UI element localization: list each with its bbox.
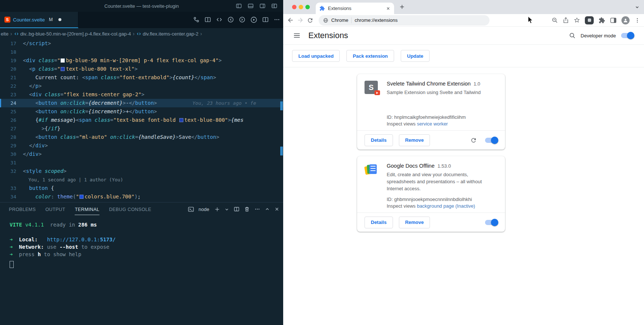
breadcrumb: eltediv..bg-blue-50.min-w-[20rem].p-4.fl… [0, 28, 283, 39]
extensions-puzzle-icon[interactable] [599, 17, 605, 24]
bookmark-star-icon[interactable] [574, 17, 580, 23]
inspect-views-link[interactable]: service worker [417, 121, 448, 127]
code-line[interactable]: 19<div class="bg-blue-50 min-w-[20rem] p… [0, 56, 283, 65]
split-editor-icon[interactable] [262, 16, 269, 23]
browser-toolbar: Chrome chrome://extensions [283, 14, 644, 27]
panel-tab-debug-console[interactable]: DEBUG CONSOLE [109, 204, 151, 215]
code-line[interactable]: 28 <button class="ml-auto" on:click={han… [0, 133, 283, 141]
terminal-shell-label: node [199, 207, 209, 212]
code-line[interactable]: 29 </div> [0, 141, 283, 150]
breadcrumb-separator [10, 31, 12, 37]
editor-tab-counter-svelte[interactable]: Counter.svelte M [0, 12, 78, 28]
browser-menu-kebab-icon[interactable] [634, 17, 640, 23]
git-graph-icon[interactable] [193, 16, 200, 23]
line-number: 20 [0, 65, 23, 73]
site-info-globe-icon[interactable] [323, 18, 328, 23]
code-line[interactable]: 34 color: theme("colors.blue.700"); [0, 192, 283, 201]
traffic-light-minimize[interactable] [299, 5, 303, 9]
reload-icon[interactable] [307, 17, 313, 24]
code-line[interactable]: 31 [0, 158, 283, 167]
panel-more-actions-icon[interactable] [254, 206, 260, 212]
extension-enabled-toggle[interactable] [485, 220, 498, 225]
code-line[interactable]: 18 [0, 48, 283, 56]
code-line[interactable]: 33 button { [0, 184, 283, 192]
code-line[interactable]: 26 {#if message}<span class="text-base f… [0, 116, 283, 124]
terminal-dropdown-chevron-icon[interactable] [224, 207, 229, 212]
update-button[interactable]: Update [401, 50, 430, 62]
inspect-views-link[interactable]: background page (Inactive) [417, 203, 475, 209]
breadcrumb-item[interactable]: div.flex.items-center.gap-2 [136, 31, 199, 37]
details-button[interactable]: Details [365, 217, 393, 228]
extension-version: 1.53.0 [438, 163, 451, 169]
line-number: 19 [0, 56, 23, 65]
panel-tab-terminal[interactable]: TERMINAL [75, 204, 99, 215]
load-unpacked-button[interactable]: Load unpacked [292, 50, 340, 62]
search-icon[interactable] [569, 32, 576, 39]
code-line[interactable]: 30</div> [0, 150, 283, 158]
traffic-light-zoom[interactable] [305, 5, 310, 9]
layout-customize-icon[interactable] [271, 3, 277, 9]
remove-button[interactable]: Remove [399, 134, 430, 146]
unsaved-dot-icon [58, 18, 61, 21]
code-line[interactable]: 32<style scoped> [0, 167, 283, 175]
code-line[interactable]: 24 <button on:click={decrement}>-</butto… [0, 99, 283, 107]
share-icon[interactable] [563, 17, 569, 23]
open-preview-icon[interactable] [204, 16, 211, 23]
close-panel-icon[interactable] [274, 207, 279, 212]
navigate-forward-circle-icon[interactable] [239, 16, 245, 23]
menu-hamburger-icon[interactable] [294, 32, 300, 39]
navigate-back-circle-icon[interactable] [227, 16, 234, 23]
profile-avatar[interactable] [621, 16, 630, 24]
breadcrumb-item[interactable]: elte [1, 31, 9, 37]
extensions-page-header: Extensions Developer mode [283, 27, 644, 45]
code-line[interactable]: 23 <div class="flex items-center gap-2"> [0, 90, 283, 99]
panel-tab-problems[interactable]: PROBLEMS [9, 204, 36, 215]
back-icon[interactable] [287, 17, 294, 24]
code-line[interactable]: 27 >{/if} [0, 124, 283, 133]
extension-enabled-toggle[interactable] [485, 138, 498, 143]
address-bar[interactable]: Chrome chrome://extensions [319, 15, 489, 26]
code-brackets-icon[interactable] [216, 16, 223, 23]
details-button[interactable]: Details [365, 134, 393, 146]
terminal[interactable]: VITE v4.1.1 ready in 286 ms➜ Local: http… [0, 216, 283, 268]
code-line[interactable]: 21 Current count: <span class="font-extr… [0, 73, 283, 82]
code-editor[interactable]: 17</script>1819<div class="bg-blue-50 mi… [0, 39, 283, 202]
tab-search-chevron-icon[interactable] [635, 5, 640, 10]
zoom-icon[interactable] [552, 17, 558, 23]
panel-tab-output[interactable]: OUTPUT [45, 204, 65, 215]
pack-extension-button[interactable]: Pack extension [346, 50, 394, 62]
layout-panel-icon[interactable] [248, 3, 254, 9]
developer-actions-bar: Load unpackedPack extensionUpdate [283, 45, 644, 67]
side-panel-icon[interactable] [610, 17, 617, 24]
new-tab-button[interactable] [399, 4, 405, 10]
browser-tab-extensions[interactable]: Extensions [316, 3, 394, 14]
code-line[interactable]: 20 <p class="text-blue-800 text-xl"> [0, 65, 283, 73]
developer-mode-toggle[interactable] [621, 33, 634, 38]
extension-badge-icon [374, 90, 380, 95]
code-line[interactable]: 17</script> [0, 39, 283, 48]
mouse-cursor [527, 16, 534, 24]
run-icon[interactable] [250, 16, 257, 23]
reload-extension-icon[interactable] [470, 137, 477, 144]
svelte-icon [4, 17, 10, 23]
kill-terminal-icon[interactable] [244, 206, 250, 212]
layout-sidebar-left-icon[interactable] [236, 3, 242, 9]
pinned-extension-icon[interactable] [585, 16, 594, 24]
inspect-views-label: Inspect views [387, 121, 417, 127]
split-terminal-icon[interactable] [234, 206, 240, 212]
terminal-line: ➜ Network: use --host to expose [10, 243, 283, 251]
new-terminal-icon[interactable] [214, 207, 220, 212]
traffic-light-close[interactable] [292, 5, 296, 9]
layout-sidebar-right-icon[interactable] [260, 3, 265, 9]
more-actions-icon[interactable] [274, 16, 280, 23]
close-tab-icon[interactable] [386, 6, 390, 11]
color-swatch-icon [61, 58, 65, 63]
code-line[interactable]: 25 <button on:click={increment}>+</butto… [0, 107, 283, 116]
code-line[interactable]: 22 </p> [0, 82, 283, 90]
breadcrumb-item[interactable]: div..bg-blue-50.min-w-[20rem].p-4.flex.f… [14, 31, 131, 37]
maximize-panel-chevron-icon[interactable] [265, 207, 270, 212]
remove-button[interactable]: Remove [399, 217, 430, 228]
forward-icon[interactable] [297, 17, 304, 24]
codelens-row[interactable]: You, 1 second ago | 1 author (You) [0, 175, 283, 184]
line-number: 23 [0, 90, 23, 99]
